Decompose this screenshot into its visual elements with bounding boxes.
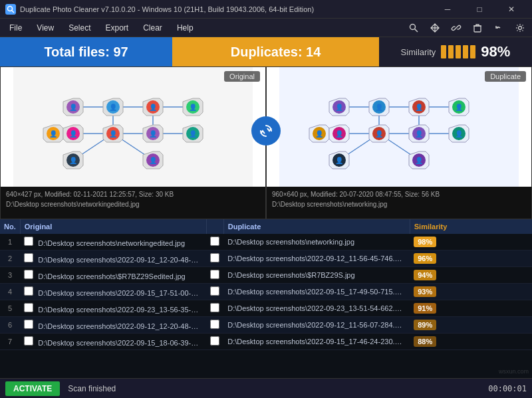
similarity-badge: 96% — [410, 250, 532, 267]
row-no: 7 — [0, 334, 20, 350]
svg-text:👤: 👤 — [149, 156, 158, 165]
original-path: D:\Desktop screenshots\2022-09-23_13-56-… — [20, 300, 206, 317]
swap-button[interactable] — [251, 116, 281, 146]
dup-checkbox-cell — [206, 317, 223, 334]
original-checkbox[interactable] — [24, 336, 33, 346]
similarity-badge: 88% — [410, 334, 532, 350]
table-row[interactable]: 3 D:\Desktop screenshots\$R7BZ29Sedited.… — [0, 267, 532, 284]
svg-text:👤: 👤 — [455, 130, 464, 138]
original-path: D:\Desktop screenshots\2022-09-12_12-20-… — [20, 317, 206, 334]
sim-bar-4 — [463, 45, 468, 58]
original-checkbox[interactable] — [24, 320, 33, 329]
svg-text:👤: 👤 — [49, 130, 58, 138]
svg-text:👤: 👤 — [375, 130, 384, 138]
sim-bar-5 — [470, 45, 475, 58]
duplicate-image[interactable]: 👤 👤 👤 👤 👤 👤 — [267, 67, 531, 187]
col-header-duplicate: Duplicate — [223, 219, 410, 234]
menu-item-help[interactable]: Help — [170, 21, 200, 35]
duplicate-preview-panel: Duplicate 👤 — [266, 66, 532, 219]
duplicate-path: D:\Desktop screenshots\2022-09-15_17-49-… — [223, 284, 410, 300]
svg-text:👤: 👤 — [69, 103, 78, 112]
row-no: 2 — [0, 250, 20, 267]
table-row[interactable]: 1 D:\Desktop screenshots\networkingedite… — [0, 234, 532, 250]
minimize-button[interactable]: ─ — [432, 0, 463, 19]
close-button[interactable]: ✕ — [496, 0, 527, 19]
svg-text:👤: 👤 — [189, 130, 198, 138]
svg-text:👤: 👤 — [69, 156, 78, 165]
duplicate-checkbox[interactable] — [210, 303, 219, 312]
original-image[interactable]: 👤 👤 👤 👤 👤 👤 — [1, 67, 265, 187]
toolbar-icons — [404, 19, 529, 37]
delete-icon[interactable] — [468, 19, 487, 37]
menu-item-select[interactable]: Select — [62, 21, 97, 35]
svg-text:👤: 👤 — [455, 103, 464, 112]
menu-item-clear[interactable]: Clear — [136, 21, 169, 35]
move-icon[interactable] — [426, 19, 444, 37]
menu-item-export[interactable]: Export — [99, 21, 136, 35]
dup-checkbox-cell — [206, 284, 223, 300]
table-row[interactable]: 2 D:\Desktop screenshots\2022-09-12_12-2… — [0, 250, 532, 267]
svg-text:👤: 👤 — [315, 130, 324, 138]
svg-point-2 — [410, 24, 416, 29]
total-files-display: Total files: 97 — [0, 37, 172, 66]
main-content: Total files: 97 Duplicates: 14 Similarit… — [0, 37, 532, 398]
title-text: Duplicate Photo Cleaner v7.10.0.20 - Win… — [20, 5, 314, 13]
table-row[interactable]: 7 D:\Desktop screenshots\2022-09-15_18-0… — [0, 334, 532, 350]
bottom-bar: ACTIVATE Scan finished 00:00:01 — [0, 378, 532, 398]
table-body: 1 D:\Desktop screenshots\networkingedite… — [0, 234, 532, 350]
status-text: Scan finished — [68, 384, 116, 393]
table-row[interactable]: 4 D:\Desktop screenshots\2022-09-15_17-5… — [0, 284, 532, 300]
settings-icon[interactable] — [511, 19, 529, 37]
link-icon[interactable] — [447, 19, 466, 37]
original-path: D:\Desktop screenshots\2022-09-12_12-20-… — [20, 250, 206, 267]
window-controls[interactable]: ─ □ ✕ — [432, 0, 527, 19]
duplicate-checkbox[interactable] — [210, 336, 219, 346]
dup-checkbox-cell — [206, 300, 223, 317]
swap-button-container — [251, 116, 281, 146]
maximize-button[interactable]: □ — [464, 0, 495, 19]
original-checkbox[interactable] — [24, 237, 33, 246]
col-header-dup-check — [206, 219, 223, 234]
search-icon[interactable] — [404, 19, 423, 37]
sim-bar-1 — [441, 45, 446, 58]
duplicate-checkbox[interactable] — [210, 320, 219, 329]
original-checkbox[interactable] — [24, 270, 33, 279]
svg-point-5 — [519, 26, 522, 29]
table-row[interactable]: 5 D:\Desktop screenshots\2022-09-23_13-5… — [0, 300, 532, 317]
similarity-percentage: 98% — [481, 43, 510, 60]
original-info: 640×427 px, Modified: 02-11-2021 12:25:5… — [1, 187, 265, 212]
svg-text:👤: 👤 — [149, 130, 158, 138]
menu-items: FileViewSelectExportClearHelp — [3, 21, 200, 35]
original-checkbox[interactable] — [24, 253, 33, 262]
duplicate-path: D:\Desktop screenshots\networking.jpg — [223, 234, 410, 250]
duplicate-checkbox[interactable] — [210, 237, 219, 246]
svg-text:👤: 👤 — [415, 130, 424, 138]
dup-checkbox-cell — [206, 234, 223, 250]
duplicate-path: D:\Desktop screenshots\$R7BZ29S.jpg — [223, 267, 410, 284]
table-header-row: No. Original Duplicate Similarity — [0, 219, 532, 234]
original-checkbox[interactable] — [24, 286, 33, 296]
svg-text:👤: 👤 — [149, 103, 158, 112]
stats-bar: Total files: 97 Duplicates: 14 Similarit… — [0, 37, 532, 66]
duplicate-checkbox[interactable] — [210, 270, 219, 279]
similarity-badge: 98% — [410, 234, 532, 250]
duplicates-display: Duplicates: 14 — [172, 37, 379, 66]
duplicate-label: Duplicate — [485, 71, 526, 82]
similarity-display: Similarity 98% — [379, 37, 532, 66]
menu-item-file[interactable]: File — [3, 21, 29, 35]
sim-bar-2 — [448, 45, 454, 58]
svg-text:👤: 👤 — [69, 130, 78, 138]
original-checkbox[interactable] — [24, 303, 33, 312]
col-header-original: Original — [20, 219, 206, 234]
duplicate-checkbox[interactable] — [210, 253, 219, 262]
menu-item-view[interactable]: View — [30, 21, 61, 35]
duplicate-checkbox[interactable] — [210, 286, 219, 296]
similarity-badge: 89% — [410, 317, 532, 334]
undo-icon[interactable] — [489, 19, 508, 37]
row-no: 5 — [0, 300, 20, 317]
activate-button[interactable]: ACTIVATE — [5, 381, 60, 396]
table-container[interactable]: No. Original Duplicate Similarity 1 D:\D… — [0, 219, 532, 378]
svg-text:👤: 👤 — [415, 156, 424, 165]
dup-checkbox-cell — [206, 250, 223, 267]
table-row[interactable]: 6 D:\Desktop screenshots\2022-09-12_12-2… — [0, 317, 532, 334]
